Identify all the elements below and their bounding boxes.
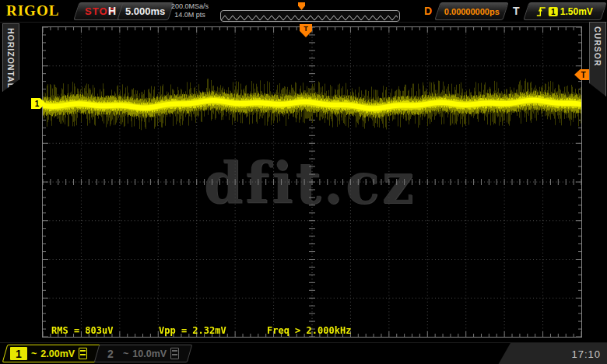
- top-status-bar: RIGOL STOP H 5.000ms 200.0MSa/s 14.0M pt…: [0, 0, 607, 23]
- channel1-coupling: ~: [31, 348, 37, 359]
- channel1-scale: 2.00mV: [40, 348, 75, 359]
- memory-depth: 14.0M pts: [168, 11, 212, 19]
- timebase-box[interactable]: 5.000ms: [117, 2, 174, 20]
- waveform-canvas: [43, 27, 581, 337]
- channel2-coupling: ~: [123, 348, 128, 359]
- measurement-freq: Freq > 2.000kHz: [267, 325, 351, 336]
- acquisition-info: 200.0MSa/s 14.0M pts: [168, 2, 212, 19]
- trigger-settings-box[interactable]: 1 1.50mV: [523, 2, 606, 20]
- horizontal-label: H: [108, 5, 116, 17]
- trigger-source-badge: 1: [549, 7, 558, 16]
- trigger-label: T: [513, 5, 520, 17]
- delay-box[interactable]: 0.00000000ps: [434, 2, 508, 20]
- tab-cursor[interactable]: CURSOR: [589, 22, 606, 96]
- trigger-level-value: 1.50mV: [560, 6, 593, 17]
- bottom-status-bar: 1 ~ 2.00mV 2 ~ 10.0mV 17:10: [0, 342, 607, 364]
- delay-value: 0.00000000ps: [444, 7, 500, 16]
- clock: 17:10: [571, 348, 601, 360]
- memory-zigzag-icon: [221, 13, 398, 22]
- channel2-scale: 10.0mV: [132, 348, 167, 359]
- edge-trigger-icon: [536, 6, 546, 17]
- memory-trigger-pin-icon[interactable]: [298, 2, 305, 10]
- measurement-rms: RMS = 803uV: [51, 325, 113, 336]
- channel1-probe-icon: [79, 348, 87, 359]
- channel1-status-box[interactable]: 1 ~ 2.00mV: [2, 345, 101, 362]
- clock-region: 17:10: [498, 343, 607, 364]
- delay-label: D: [424, 5, 432, 17]
- measurement-vpp: Vpp = 2.32mV: [159, 325, 226, 336]
- channel2-probe-icon: [170, 348, 179, 359]
- timebase-value: 5.000ms: [125, 5, 165, 17]
- sample-rate: 200.0MSa/s: [168, 2, 212, 11]
- oscilloscope-screen: RIGOL STOP H 5.000ms 200.0MSa/s 14.0M pt…: [0, 0, 607, 364]
- memory-position-bar: [220, 10, 400, 22]
- channel1-badge: 1: [10, 347, 27, 360]
- tab-horizontal[interactable]: HORIZONTAL: [2, 23, 19, 92]
- tab-horizontal-label: HORIZONTAL: [6, 28, 16, 89]
- channel2-badge: 2: [102, 347, 119, 360]
- channel2-status-box[interactable]: 2 ~ 10.0mV: [94, 345, 193, 362]
- tab-cursor-label: CURSOR: [593, 26, 602, 67]
- waveform-display: dfit.cz RMS = 803uV Vpp = 2.32mV Freq > …: [42, 26, 582, 338]
- brand-logo: RIGOL: [6, 2, 59, 19]
